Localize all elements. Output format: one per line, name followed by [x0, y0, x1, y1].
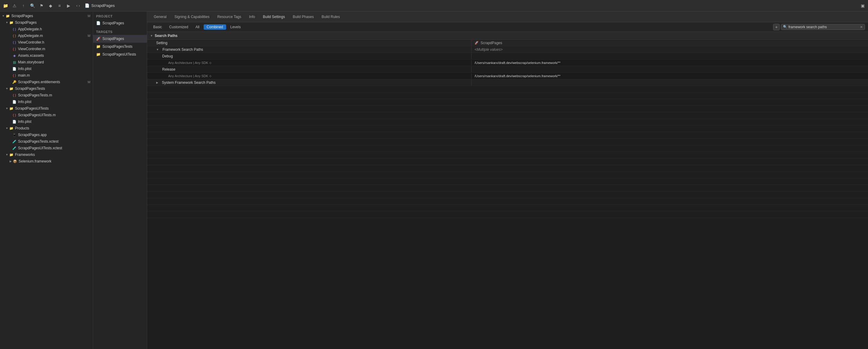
tabs-bar: General Signing & Capabilities Resource … [147, 11, 868, 22]
release-value [471, 68, 868, 70]
filter-customized[interactable]: Customized [166, 24, 191, 30]
tree-item-7[interactable]: ▤Main.storyboard [0, 59, 93, 65]
filter-combined[interactable]: Combined [204, 24, 226, 30]
tree-item-14[interactable]: ▼📁ScrapdPagesUITests [0, 105, 93, 112]
tree-item-8[interactable]: 📄Info.plist [0, 65, 93, 72]
tree-item-label: ScrapdPagesTests [15, 87, 92, 91]
release-arch-value: /Users/rsankarx/draft.dev/webscrap/selen… [471, 73, 868, 79]
filter-bar: Basic Customized All Combined Levels + 🔍… [147, 22, 868, 32]
tree-item-10[interactable]: 🔑ScrapdPages.entitlementsM [0, 79, 93, 85]
tree-item-label: AppDelegate.m [18, 34, 88, 38]
project-scrapdpages[interactable]: 📄 ScrapdPages [93, 19, 147, 27]
content-area: General Signing & Capabilities Resource … [147, 11, 868, 349]
memory-icon[interactable]: ≡ [57, 3, 62, 9]
value-col-label: ScrapdPages [480, 41, 502, 45]
diamond-icon: ◇ [209, 61, 212, 64]
tree-badge: M [88, 80, 92, 84]
targets-section-label: TARGETS [93, 29, 147, 35]
warning-icon[interactable]: ⚠ [11, 3, 18, 9]
filter-basic[interactable]: Basic [150, 24, 165, 30]
target-icon: 🚀 [96, 37, 101, 41]
release-arch-row[interactable]: Any Architecture | Any SDK ◇ /Users/rsan… [147, 73, 868, 79]
source-control-icon[interactable]: ↑ [21, 3, 26, 9]
tree-item-9[interactable]: { }main.m [0, 72, 93, 79]
file-icon: 📄 [85, 3, 90, 8]
empty-row-9 [147, 139, 868, 146]
framework-search-value: <Multiple values> [471, 46, 868, 53]
tab-build-settings[interactable]: Build Settings [259, 13, 288, 20]
filter-all[interactable]: All [192, 24, 203, 30]
folder-icon[interactable]: 📁 [2, 3, 8, 9]
tab-build-phases[interactable]: Build Phases [289, 13, 317, 20]
filter-levels[interactable]: Levels [227, 24, 244, 30]
nav-back-btn[interactable]: ‹ [76, 4, 78, 8]
empty-row-20 [147, 212, 868, 218]
target-scrapdpagesuitests[interactable]: 📁 ScrapdPagesUITests [93, 51, 147, 58]
tab-build-rules[interactable]: Build Rules [318, 13, 344, 20]
main-layout: ▼📁ScrapdPagesM▼📁ScrapdPages{ }AppDelegat… [0, 11, 868, 349]
target-label: ScrapdPages [102, 37, 124, 41]
error-icon[interactable]: ⚑ [38, 3, 44, 9]
target-scrapdpages[interactable]: 🚀 ScrapdPages [93, 35, 147, 43]
sysfw-arrow-icon: ▶ [156, 81, 158, 84]
search-input[interactable] [788, 25, 859, 29]
tab-info[interactable]: Info [245, 13, 258, 20]
empty-row-11 [147, 152, 868, 159]
tab-signing[interactable]: Signing & Capabilities [171, 13, 213, 20]
proj-icon: 📄 [96, 21, 101, 25]
tree-item-label: ScrapdPagesTests.xctest [18, 139, 92, 144]
tree-item-21[interactable]: ▼📁Frameworks [0, 151, 93, 158]
tree-item-label: Info.plist [18, 67, 92, 71]
search-icon[interactable]: 🔍 [29, 3, 35, 9]
toolbar-right: ▣ [860, 3, 866, 9]
tree-item-13[interactable]: 📄Info.plist [0, 98, 93, 105]
release-arch-key: Any Architecture | Any SDK ◇ [147, 73, 471, 79]
system-framework-row[interactable]: ▶ System Framework Search Paths [147, 79, 868, 86]
run-icon[interactable]: ▶ [65, 3, 71, 9]
folder-arrow-collapsed-icon: ▶ [8, 159, 12, 163]
tree-item-3[interactable]: { }AppDelegate.mM [0, 32, 93, 39]
search-clear-button[interactable]: ✕ [860, 25, 863, 29]
inspector-icon[interactable]: ▣ [860, 3, 866, 9]
tree-item-12[interactable]: { }ScrapdPagesTests.m [0, 92, 93, 98]
empty-row-3 [147, 99, 868, 106]
fsearch-arrow-icon: ▼ [156, 48, 159, 51]
tree-item-22[interactable]: ▶📦Selenium.framework [0, 158, 93, 165]
nav-forward-btn[interactable]: › [79, 4, 80, 8]
tab-resource-tags[interactable]: Resource Tags [214, 13, 245, 20]
tab-general[interactable]: General [150, 13, 170, 20]
tree-file-icon: 📄 [12, 99, 17, 104]
tree-item-18[interactable]: 📱ScrapdPages.app [0, 132, 93, 138]
tree-item-20[interactable]: 🧪ScrapdPagesUITests.xctest [0, 145, 93, 151]
toolbar: 📁 ⚠ ↑ 🔍 ⚑ ◆ ≡ ▶ ‹ › 📄 ScrapdPages ▣ [0, 0, 868, 11]
tree-item-label: ScrapdPagesUITests [15, 106, 92, 110]
tree-file-icon: 📄 [12, 119, 17, 124]
tree-item-0[interactable]: ▼📁ScrapdPagesM [0, 12, 93, 19]
debug-value [471, 55, 868, 57]
tree-item-16[interactable]: 📄Info.plist [0, 118, 93, 125]
tree-item-2[interactable]: { }AppDelegate.h [0, 26, 93, 32]
tree-file-icon: { } [12, 40, 17, 45]
tree-item-19[interactable]: 🧪ScrapdPagesTests.xctest [0, 138, 93, 145]
uitests-folder-icon: 📁 [96, 52, 101, 57]
empty-row-14 [147, 172, 868, 179]
search-paths-section[interactable]: ▼ Search Paths [147, 32, 868, 40]
release-arch-label: Any Architecture | Any SDK ◇ [168, 74, 212, 78]
tree-item-label: ScrapdPages [15, 21, 92, 25]
breakpoint-icon[interactable]: ◆ [48, 3, 54, 9]
tree-item-6[interactable]: ◈Assets.xcassets [0, 52, 93, 59]
tree-file-icon: { } [12, 46, 17, 51]
tree-item-4[interactable]: { }ViewController.h [0, 39, 93, 46]
tree-item-15[interactable]: { }ScrapdPagesUITests.m [0, 112, 93, 118]
toolbar-title: 📄 ScrapdPages [85, 3, 115, 8]
add-setting-button[interactable]: + [773, 24, 780, 30]
tree-item-17[interactable]: ▼📁Products [0, 125, 93, 132]
target-scrapdpagestests[interactable]: 📁 ScrapdPagesTests [93, 43, 147, 51]
tree-item-5[interactable]: { }ViewController.m [0, 46, 93, 52]
debug-arch-row[interactable]: Any Architecture | Any SDK ◇ /Users/rsan… [147, 60, 868, 66]
tree-file-icon: 📄 [12, 66, 17, 71]
tree-item-11[interactable]: ▼📁ScrapdPagesTests [0, 85, 93, 92]
framework-search-paths-row[interactable]: ▼ Framework Search Paths <Multiple value… [147, 46, 868, 53]
toolbar-icons: 📁 ⚠ ↑ 🔍 ⚑ ◆ ≡ ▶ ‹ › 📄 ScrapdPages [2, 3, 860, 9]
tree-item-1[interactable]: ▼📁ScrapdPages [0, 19, 93, 26]
